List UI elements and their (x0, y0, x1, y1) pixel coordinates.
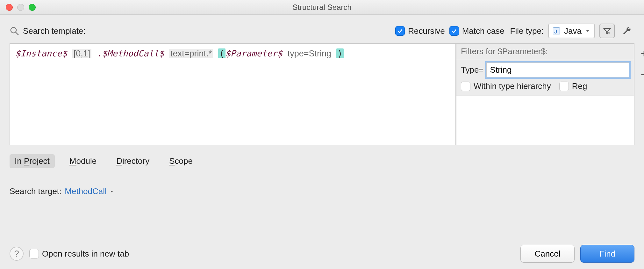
plus-icon (640, 49, 644, 58)
template-var-parameter: $Parameter$ (225, 48, 283, 58)
search-target-dropdown[interactable]: MethodCall (65, 186, 114, 196)
svg-text:*: * (608, 31, 610, 35)
recursive-checkbox-wrap[interactable]: Recursive (395, 26, 445, 36)
find-button[interactable]: Find (580, 245, 634, 263)
scope-tab-module[interactable]: Module (64, 154, 102, 168)
close-window-button[interactable] (6, 4, 13, 11)
scope-tabs: In Project Module Directory Scope (10, 154, 634, 168)
search-target-value: MethodCall (65, 186, 107, 196)
search-template-label: Search template: (23, 26, 86, 36)
regex-label: Reg (572, 81, 587, 91)
filter-type-input[interactable] (486, 62, 629, 77)
template-var-instance: $Instance$ (15, 48, 67, 58)
template-dot: . (97, 48, 102, 58)
title-bar: Structural Search (0, 0, 644, 15)
minus-icon (640, 70, 644, 79)
chevron-down-icon (585, 28, 590, 34)
search-toolbar: Search template: Recursive Match case Fi… (10, 24, 634, 38)
java-file-icon: J (552, 26, 561, 35)
within-hierarchy-label: Within type hierarchy (474, 81, 551, 91)
file-type-dropdown[interactable]: J Java (548, 24, 595, 38)
filters-panel: Filters for $Parameter$: Type= Within ty… (456, 43, 634, 145)
filters-header-label: Filters for $Parameter$: (461, 47, 548, 56)
svg-text:J: J (554, 29, 557, 34)
search-icon (10, 26, 19, 36)
help-button[interactable]: ? (10, 247, 24, 261)
help-icon: ? (14, 249, 19, 259)
match-case-checkbox-wrap[interactable]: Match case (449, 26, 504, 36)
window-title: Structural Search (292, 3, 351, 12)
cancel-button[interactable]: Cancel (520, 245, 575, 263)
scope-tab-directory[interactable]: Directory (111, 154, 154, 168)
template-parameter-constraint: type=String (288, 49, 331, 58)
svg-marker-5 (586, 30, 589, 32)
remove-filter-button[interactable] (638, 68, 644, 81)
within-hierarchy-checkbox-wrap[interactable]: Within type hierarchy (461, 81, 551, 91)
filters-panel-header: Filters for $Parameter$: (456, 44, 634, 59)
search-target-row: Search target: MethodCall (10, 186, 634, 196)
dialog-bottom-bar: ? Open results in new tab Cancel Find (10, 237, 634, 263)
zoom-window-button[interactable] (29, 4, 36, 11)
recursive-label: Recursive (408, 26, 445, 36)
template-open-paren: ( (218, 48, 225, 58)
wrench-icon (622, 26, 632, 36)
search-target-label: Search target: (10, 186, 61, 196)
svg-point-0 (11, 27, 17, 33)
filter-icon: * (603, 26, 612, 35)
template-methodcall-constraint: text=print.* (169, 49, 213, 58)
search-template-editor[interactable]: $Instance$ [0,1] .$MethodCall$ text=prin… (10, 43, 456, 145)
chevron-down-icon (109, 189, 114, 194)
file-type-value: Java (564, 26, 582, 36)
regex-checkbox-wrap[interactable]: Reg (559, 81, 587, 91)
recursive-checkbox[interactable] (395, 26, 405, 36)
open-new-tab-checkbox-wrap[interactable]: Open results in new tab (29, 249, 129, 259)
main-split: $Instance$ [0,1] .$MethodCall$ text=prin… (10, 43, 634, 145)
regex-checkbox[interactable] (559, 82, 569, 91)
minimize-window-button[interactable] (17, 4, 24, 11)
window-controls (6, 4, 36, 11)
file-type-label: File type: (510, 26, 544, 36)
template-close-paren: ) (336, 48, 343, 58)
template-instance-count: [0,1] (72, 49, 92, 58)
within-hierarchy-checkbox[interactable] (461, 82, 470, 91)
scope-tab-scope[interactable]: Scope (164, 154, 198, 168)
filter-toggle-button[interactable]: * (599, 24, 615, 38)
match-case-checkbox[interactable] (449, 26, 459, 36)
match-case-label: Match case (462, 26, 504, 36)
scope-tab-in-project[interactable]: In Project (10, 154, 55, 168)
tools-button[interactable] (619, 24, 634, 38)
open-new-tab-label: Open results in new tab (42, 249, 129, 259)
open-new-tab-checkbox[interactable] (29, 249, 39, 258)
filter-type-label: Type= (461, 65, 484, 75)
template-var-methodcall: $MethodCall$ (102, 48, 164, 58)
svg-marker-11 (111, 191, 113, 193)
add-filter-button[interactable] (638, 47, 644, 60)
